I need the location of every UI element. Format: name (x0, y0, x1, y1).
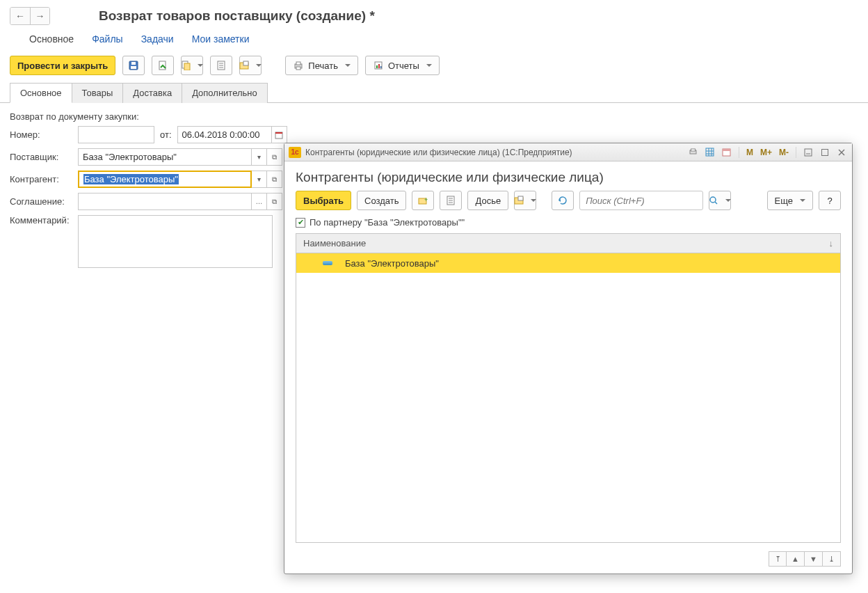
modal-search-field[interactable] (580, 196, 709, 206)
grid-row[interactable]: База "Электротовары" (296, 253, 840, 273)
tab-additional[interactable]: Дополнительно (182, 83, 268, 103)
contragents-modal: 1c Контрагенты (юридические или физическ… (284, 143, 853, 574)
post-button[interactable] (152, 56, 174, 75)
svg-rect-20 (275, 132, 282, 134)
grid-scroll-down-button[interactable]: ▼ (805, 551, 823, 567)
titlebar-minimize-button[interactable] (802, 146, 814, 159)
nav-back-button[interactable]: ← (10, 8, 30, 24)
svg-rect-11 (243, 61, 248, 65)
number-input[interactable] (78, 126, 154, 143)
titlebar-mminus-button[interactable]: M- (778, 148, 790, 157)
agreement-select-button[interactable]: … (252, 193, 267, 210)
nav-link-main[interactable]: Основное (29, 33, 74, 45)
modal-refresh-button[interactable] (552, 191, 574, 210)
agreement-open-button[interactable]: ⧉ (267, 193, 282, 210)
tab-delivery[interactable]: Доставка (122, 83, 182, 103)
folder-plus-icon: + (417, 195, 428, 206)
nav-forward-button[interactable]: → (30, 8, 49, 24)
document-list-button[interactable] (210, 56, 232, 75)
svg-rect-29 (723, 149, 730, 151)
grid-scroll-bottom-button[interactable]: ⤓ (823, 551, 841, 567)
nav-link-tasks[interactable]: Задачи (141, 33, 174, 45)
agreement-label: Соглашение: (10, 196, 78, 207)
comment-label: Комментарий: (10, 215, 78, 226)
modal-titlebar[interactable]: 1c Контрагенты (юридические или физическ… (284, 143, 852, 161)
bar-down-icon: ⤓ (828, 555, 835, 564)
tab-main[interactable]: Основное (10, 83, 72, 103)
svg-rect-22 (691, 149, 696, 151)
comment-textarea[interactable] (78, 215, 273, 268)
svg-rect-18 (380, 66, 382, 68)
modal-search-dropdown-button[interactable] (709, 191, 731, 210)
svg-rect-42 (518, 196, 523, 200)
open-icon: ⧉ (272, 198, 277, 206)
modal-header: Контрагенты (юридические или физические … (284, 161, 852, 191)
report-icon (373, 60, 384, 71)
folder-doc-icon (239, 60, 249, 71)
titlebar-maximize-button[interactable] (819, 146, 831, 159)
tab-goods[interactable]: Товары (72, 83, 124, 103)
supplier-dropdown-button[interactable]: ▾ (252, 148, 267, 166)
copy-doc-icon (181, 60, 191, 71)
titlebar-calendar-icon[interactable] (721, 146, 733, 159)
open-icon: ⧉ (272, 175, 277, 184)
filter-checkbox[interactable]: ✔ (296, 218, 305, 228)
app-logo-icon: 1c (289, 147, 301, 158)
date-picker-button[interactable] (272, 126, 287, 143)
create-based-on-button[interactable] (239, 56, 262, 75)
modal-folder-dropdown-button[interactable] (514, 191, 536, 210)
contragent-open-button[interactable]: ⧉ (267, 171, 282, 188)
titlebar-m-button[interactable]: M (745, 148, 755, 157)
nav-link-notes[interactable]: Мои заметки (192, 33, 250, 45)
help-icon: ? (827, 196, 832, 206)
grid-scroll-up-button[interactable]: ▲ (787, 551, 805, 567)
contragent-dropdown-button[interactable]: ▾ (252, 171, 267, 188)
modal-select-button[interactable]: Выбрать (296, 191, 351, 210)
contragent-label: Контрагент: (10, 174, 78, 184)
supplier-input[interactable]: База "Электротовары" (78, 148, 252, 166)
modal-find-button[interactable] (440, 191, 462, 210)
modal-more-button[interactable]: Еще (767, 191, 813, 210)
modal-grid: Наименование ↓ База "Электротовары" (296, 233, 841, 543)
svg-rect-32 (822, 149, 828, 155)
grid-cell-name: База "Электротовары" (345, 258, 439, 269)
reports-label: Отчеты (388, 61, 419, 71)
titlebar-print-icon[interactable] (687, 146, 700, 159)
post-icon (157, 60, 168, 71)
date-input[interactable]: 06.04.2018 0:00:00 (177, 126, 272, 143)
svg-text:+: + (424, 196, 428, 203)
filter-label: По партнеру "База "Электротовары"" (310, 217, 465, 228)
nav-link-files[interactable]: Файлы (92, 33, 122, 45)
modal-search-input[interactable]: × (579, 191, 703, 210)
number-label: Номер: (10, 129, 78, 140)
titlebar-close-button[interactable] (835, 146, 848, 159)
caret-down-icon: ▾ (257, 175, 261, 183)
print-label: Печать (308, 61, 338, 71)
modal-create-group-button[interactable]: + (412, 191, 434, 210)
refresh-icon (557, 195, 568, 206)
grid-column-name[interactable]: Наименование (303, 238, 366, 248)
save-icon (128, 60, 139, 71)
agreement-input[interactable] (78, 193, 252, 210)
contragent-input[interactable]: База "Электротовары" (78, 171, 252, 188)
svg-line-45 (715, 202, 717, 204)
print-button[interactable]: Печать (285, 56, 358, 75)
modal-dossier-button[interactable]: Досье (467, 191, 508, 210)
search-icon (709, 195, 718, 206)
modal-create-button[interactable]: Создать (357, 191, 406, 210)
post-and-close-button[interactable]: Провести и закрыть (10, 56, 115, 75)
titlebar-mplus-button[interactable]: M+ (759, 148, 773, 157)
nav-links: Основное Файлы Задачи Мои заметки (0, 25, 868, 52)
save-button[interactable] (122, 56, 145, 75)
grid-scroll-top-button[interactable]: ⤒ (769, 551, 787, 567)
supplier-open-button[interactable]: ⧉ (267, 148, 282, 166)
page-title: Возврат товаров поставщику (создание) * (99, 8, 375, 24)
reports-button[interactable]: Отчеты (365, 56, 440, 75)
modal-help-button[interactable]: ? (819, 191, 841, 210)
titlebar-grid-icon[interactable] (704, 146, 716, 159)
based-on-button[interactable] (181, 56, 203, 75)
from-label: от: (160, 129, 172, 140)
arrow-left-icon: ← (15, 10, 25, 22)
sort-indicator-icon[interactable]: ↓ (829, 238, 834, 248)
svg-rect-1 (131, 66, 136, 69)
